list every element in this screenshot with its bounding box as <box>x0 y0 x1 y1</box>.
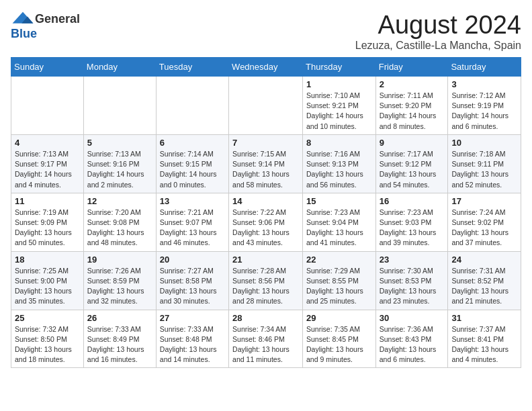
table-row: 18Sunrise: 7:25 AM Sunset: 9:00 PM Dayli… <box>11 251 84 310</box>
day-number: 8 <box>306 138 372 148</box>
table-row: 16Sunrise: 7:23 AM Sunset: 9:03 PM Dayli… <box>375 193 448 251</box>
day-info: Sunrise: 7:17 AM Sunset: 9:12 PM Dayligh… <box>380 149 445 190</box>
day-info: Sunrise: 7:12 AM Sunset: 9:19 PM Dayligh… <box>451 91 517 132</box>
day-info: Sunrise: 7:23 AM Sunset: 9:04 PM Dayligh… <box>306 208 372 248</box>
table-row: 19Sunrise: 7:26 AM Sunset: 8:59 PM Dayli… <box>83 251 156 310</box>
day-info: Sunrise: 7:13 AM Sunset: 9:16 PM Dayligh… <box>87 149 152 190</box>
day-number: 5 <box>87 138 152 148</box>
day-info: Sunrise: 7:32 AM Sunset: 8:50 PM Dayligh… <box>15 324 80 365</box>
calendar-week-1: 1Sunrise: 7:10 AM Sunset: 9:21 PM Daylig… <box>11 77 521 135</box>
calendar-week-2: 4Sunrise: 7:13 AM Sunset: 9:17 PM Daylig… <box>11 134 521 193</box>
table-row: 6Sunrise: 7:14 AM Sunset: 9:15 PM Daylig… <box>156 134 228 193</box>
day-info: Sunrise: 7:18 AM Sunset: 9:11 PM Dayligh… <box>451 149 517 190</box>
day-number: 3 <box>451 79 517 89</box>
table-row: 27Sunrise: 7:33 AM Sunset: 8:48 PM Dayli… <box>156 310 228 368</box>
calendar-week-3: 11Sunrise: 7:19 AM Sunset: 9:09 PM Dayli… <box>11 193 521 251</box>
day-number: 17 <box>451 196 517 206</box>
table-row: 1Sunrise: 7:10 AM Sunset: 9:21 PM Daylig… <box>303 77 376 135</box>
day-number: 2 <box>380 79 445 89</box>
logo-icon <box>11 11 35 27</box>
table-row: 13Sunrise: 7:21 AM Sunset: 9:07 PM Dayli… <box>156 193 228 251</box>
table-row: 4Sunrise: 7:13 AM Sunset: 9:17 PM Daylig… <box>11 134 84 193</box>
day-number: 11 <box>15 196 80 206</box>
table-row: 15Sunrise: 7:23 AM Sunset: 9:04 PM Dayli… <box>303 193 376 251</box>
table-row <box>156 77 228 135</box>
day-number: 28 <box>232 313 299 323</box>
table-row <box>229 77 303 135</box>
day-info: Sunrise: 7:10 AM Sunset: 9:21 PM Dayligh… <box>306 91 372 132</box>
day-info: Sunrise: 7:37 AM Sunset: 8:41 PM Dayligh… <box>451 324 517 365</box>
day-info: Sunrise: 7:15 AM Sunset: 9:14 PM Dayligh… <box>232 149 299 190</box>
day-number: 13 <box>160 196 225 206</box>
day-number: 24 <box>451 255 517 265</box>
col-wednesday: Wednesday <box>229 58 303 77</box>
day-number: 14 <box>232 196 299 206</box>
day-number: 16 <box>380 196 445 206</box>
table-row: 28Sunrise: 7:34 AM Sunset: 8:46 PM Dayli… <box>229 310 303 368</box>
day-number: 27 <box>160 313 225 323</box>
table-row: 2Sunrise: 7:11 AM Sunset: 9:20 PM Daylig… <box>375 77 448 135</box>
table-row: 20Sunrise: 7:27 AM Sunset: 8:58 PM Dayli… <box>156 251 228 310</box>
day-number: 21 <box>232 255 299 265</box>
day-info: Sunrise: 7:21 AM Sunset: 9:07 PM Dayligh… <box>160 208 225 248</box>
table-row: 24Sunrise: 7:31 AM Sunset: 8:52 PM Dayli… <box>448 251 521 310</box>
calendar-week-4: 18Sunrise: 7:25 AM Sunset: 9:00 PM Dayli… <box>11 251 521 310</box>
col-monday: Monday <box>83 58 156 77</box>
day-number: 22 <box>306 255 372 265</box>
day-number: 4 <box>15 138 80 148</box>
day-number: 15 <box>306 196 372 206</box>
calendar-week-5: 25Sunrise: 7:32 AM Sunset: 8:50 PM Dayli… <box>11 310 521 368</box>
day-info: Sunrise: 7:36 AM Sunset: 8:43 PM Dayligh… <box>380 324 445 365</box>
day-info: Sunrise: 7:23 AM Sunset: 9:03 PM Dayligh… <box>380 208 445 248</box>
day-info: Sunrise: 7:19 AM Sunset: 9:09 PM Dayligh… <box>15 208 80 248</box>
day-number: 12 <box>87 196 152 206</box>
table-row: 21Sunrise: 7:28 AM Sunset: 8:56 PM Dayli… <box>229 251 303 310</box>
day-number: 25 <box>15 313 80 323</box>
col-tuesday: Tuesday <box>156 58 228 77</box>
table-row: 11Sunrise: 7:19 AM Sunset: 9:09 PM Dayli… <box>11 193 84 251</box>
day-info: Sunrise: 7:33 AM Sunset: 8:49 PM Dayligh… <box>87 324 152 365</box>
table-row <box>83 77 156 135</box>
day-number: 29 <box>306 313 372 323</box>
day-number: 6 <box>160 138 225 148</box>
table-row: 14Sunrise: 7:22 AM Sunset: 9:06 PM Dayli… <box>229 193 303 251</box>
table-row: 31Sunrise: 7:37 AM Sunset: 8:41 PM Dayli… <box>448 310 521 368</box>
table-row: 8Sunrise: 7:16 AM Sunset: 9:13 PM Daylig… <box>303 134 376 193</box>
page-header: General Blue August 2024 Lezuza, Castill… <box>11 11 521 52</box>
day-info: Sunrise: 7:26 AM Sunset: 8:59 PM Dayligh… <box>87 266 152 307</box>
month-title: August 2024 <box>355 11 521 40</box>
day-info: Sunrise: 7:31 AM Sunset: 8:52 PM Dayligh… <box>451 266 517 307</box>
day-info: Sunrise: 7:34 AM Sunset: 8:46 PM Dayligh… <box>232 324 299 365</box>
day-number: 26 <box>87 313 152 323</box>
col-friday: Friday <box>375 58 448 77</box>
table-row: 26Sunrise: 7:33 AM Sunset: 8:49 PM Dayli… <box>83 310 156 368</box>
day-number: 30 <box>380 313 445 323</box>
table-row: 30Sunrise: 7:36 AM Sunset: 8:43 PM Dayli… <box>375 310 448 368</box>
day-info: Sunrise: 7:14 AM Sunset: 9:15 PM Dayligh… <box>160 149 225 190</box>
day-info: Sunrise: 7:22 AM Sunset: 9:06 PM Dayligh… <box>232 208 299 248</box>
location-title: Lezuza, Castille-La Mancha, Spain <box>355 40 521 52</box>
table-row <box>11 77 84 135</box>
table-row: 17Sunrise: 7:24 AM Sunset: 9:02 PM Dayli… <box>448 193 521 251</box>
day-info: Sunrise: 7:24 AM Sunset: 9:02 PM Dayligh… <box>451 208 517 248</box>
day-number: 10 <box>451 138 517 148</box>
day-number: 20 <box>160 255 225 265</box>
day-number: 23 <box>380 255 445 265</box>
table-row: 12Sunrise: 7:20 AM Sunset: 9:08 PM Dayli… <box>83 193 156 251</box>
logo-general-text: General <box>35 12 80 26</box>
day-info: Sunrise: 7:20 AM Sunset: 9:08 PM Dayligh… <box>87 208 152 248</box>
day-info: Sunrise: 7:35 AM Sunset: 8:45 PM Dayligh… <box>306 324 372 365</box>
table-row: 22Sunrise: 7:29 AM Sunset: 8:55 PM Dayli… <box>303 251 376 310</box>
day-number: 18 <box>15 255 80 265</box>
logo-blue-text: Blue <box>11 27 37 41</box>
day-info: Sunrise: 7:13 AM Sunset: 9:17 PM Dayligh… <box>15 149 80 190</box>
day-info: Sunrise: 7:11 AM Sunset: 9:20 PM Dayligh… <box>380 91 445 132</box>
col-saturday: Saturday <box>448 58 521 77</box>
day-number: 9 <box>380 138 445 148</box>
col-sunday: Sunday <box>11 58 84 77</box>
day-number: 19 <box>87 255 152 265</box>
day-info: Sunrise: 7:29 AM Sunset: 8:55 PM Dayligh… <box>306 266 372 307</box>
day-info: Sunrise: 7:25 AM Sunset: 9:00 PM Dayligh… <box>15 266 80 307</box>
table-row: 9Sunrise: 7:17 AM Sunset: 9:12 PM Daylig… <box>375 134 448 193</box>
table-row: 25Sunrise: 7:32 AM Sunset: 8:50 PM Dayli… <box>11 310 84 368</box>
